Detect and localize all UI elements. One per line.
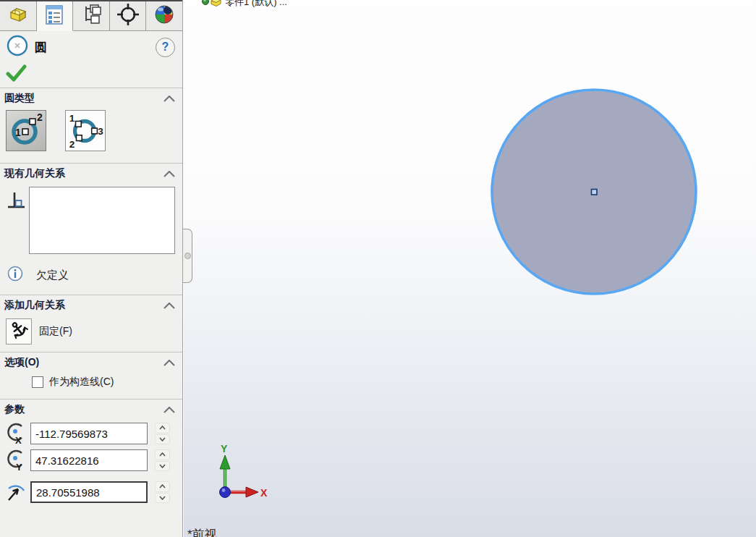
property-manager-panel: 圆 ? 圆类型	[0, 0, 183, 537]
solidworks-window: 圆 ? 圆类型	[0, 0, 756, 537]
ok-row	[0, 63, 182, 88]
tab-propertymanager[interactable]	[37, 1, 74, 31]
spin-up-icon[interactable]	[155, 423, 170, 434]
section-parameters-header[interactable]: 参数	[0, 399, 182, 418]
definition-status-row: 欠定义	[0, 254, 182, 295]
marker-label: 1	[69, 113, 75, 124]
relations-listbox[interactable]	[29, 187, 175, 254]
tab-configurationmanager[interactable]	[73, 1, 110, 30]
circle-center-point[interactable]	[592, 190, 598, 195]
manager-tabs	[0, 1, 182, 31]
icon-letter: X	[15, 435, 22, 445]
section-label: 参数	[4, 403, 25, 416]
section-label: 现有几何关系	[4, 167, 65, 180]
dimxpertmanager-icon	[116, 3, 140, 29]
center-y-input[interactable]	[30, 449, 148, 471]
spin-up-icon[interactable]	[155, 449, 170, 460]
section-add-relations: 添加几何关系	[0, 295, 182, 352]
origin-triad: Y X	[220, 443, 268, 499]
radius-input[interactable]	[30, 481, 148, 503]
view-orientation-label: *前视	[187, 526, 217, 537]
center-x-spinner	[155, 423, 170, 444]
spin-down-icon[interactable]	[155, 461, 170, 472]
center-y-row: Y	[0, 449, 182, 472]
info-icon	[7, 266, 23, 284]
chevron-up-icon[interactable]	[163, 403, 175, 416]
fix-relation-row: 固定(F)	[0, 314, 182, 352]
y-axis-label: Y	[221, 443, 228, 454]
construction-line-row: 作为构造线(C)	[0, 371, 182, 399]
featuremanager-tree-icon	[6, 4, 30, 28]
radius-spinner	[155, 481, 170, 503]
panel-title-row: 圆 ?	[0, 31, 182, 63]
section-label: 选项(O)	[4, 356, 39, 369]
tab-featuremanager[interactable]	[0, 1, 37, 30]
section-add-relations-header[interactable]: 添加几何关系	[0, 295, 182, 314]
section-options: 选项(O) 作为构造线(C)	[0, 352, 182, 399]
perimeter-circle-button[interactable]: 1 2 3	[65, 110, 106, 151]
radius-icon	[4, 481, 26, 503]
chevron-up-icon[interactable]	[163, 299, 175, 312]
marker-label: 3	[98, 126, 103, 137]
anchor-icon	[8, 319, 30, 344]
configurationmanager-icon	[80, 4, 103, 28]
definition-status: 欠定义	[36, 268, 69, 282]
icon-letter: Y	[16, 462, 22, 472]
tab-displaymanager[interactable]	[146, 1, 182, 30]
spin-up-icon[interactable]	[155, 481, 170, 492]
splitter-grip-icon	[184, 253, 191, 259]
center-x-input[interactable]	[30, 423, 148, 444]
panel-splitter-handle[interactable]	[183, 229, 192, 283]
existing-relations-body	[0, 182, 182, 254]
section-options-header[interactable]: 选项(O)	[0, 352, 182, 371]
x-axis-label: X	[260, 487, 268, 499]
section-parameters: 参数 X	[0, 399, 182, 503]
circle-type-buttons: 1 2 1 2 3	[0, 107, 182, 163]
section-existing-relations: 现有几何关系	[0, 163, 182, 295]
panel-title: 圆	[35, 39, 156, 56]
marker-label: 2	[69, 139, 75, 150]
fix-relation-label: 固定(F)	[39, 325, 72, 338]
center-circle-button[interactable]: 1 2	[6, 110, 46, 151]
spin-down-icon[interactable]	[155, 493, 170, 504]
propertymanager-icon	[43, 4, 65, 28]
ok-check-icon[interactable]	[6, 73, 27, 85]
center-x-row: X	[0, 422, 182, 445]
section-existing-relations-header[interactable]: 现有几何关系	[0, 164, 182, 182]
chevron-up-icon[interactable]	[163, 92, 175, 105]
sketch-scene: Y X	[184, 0, 756, 537]
tab-dimxpertmanager[interactable]	[110, 1, 147, 30]
displaymanager-icon	[153, 3, 176, 29]
help-button[interactable]: ?	[156, 38, 175, 57]
section-circle-type: 圆类型 1 2	[0, 88, 182, 163]
center-x-icon: X	[4, 422, 26, 445]
chevron-up-icon[interactable]	[163, 356, 175, 369]
spin-down-icon[interactable]	[155, 434, 170, 445]
graphics-viewport[interactable]: 零件1 (默认) ... Y X *前视	[184, 0, 756, 537]
radius-row	[0, 481, 182, 503]
center-y-spinner	[155, 449, 170, 471]
construction-line-checkbox[interactable]	[32, 376, 43, 388]
circle-tool-icon	[6, 34, 29, 60]
marker-label: 2	[37, 111, 43, 123]
marker-label: 1	[15, 127, 21, 138]
section-circle-type-header[interactable]: 圆类型	[0, 88, 182, 107]
fix-relation-button[interactable]	[6, 318, 32, 344]
chevron-up-icon[interactable]	[163, 167, 175, 180]
center-y-icon: Y	[4, 449, 26, 472]
section-label: 添加几何关系	[4, 299, 65, 312]
construction-line-label: 作为构造线(C)	[49, 376, 114, 389]
section-label: 圆类型	[4, 92, 35, 105]
perpendicular-relation-icon	[6, 187, 29, 254]
